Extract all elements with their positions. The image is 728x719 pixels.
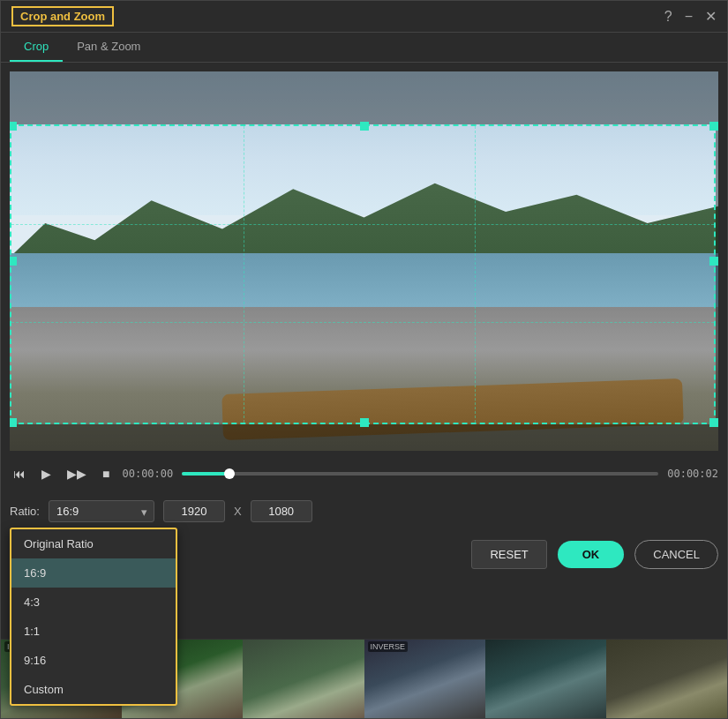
crop-handle-ml[interactable] (10, 257, 17, 266)
crop-zoom-window: Crop and Zoom ? − ✕ Crop Pan & Zoom (0, 0, 728, 719)
time-current: 00:00:00 (122, 468, 173, 480)
cancel-button[interactable]: CANCEL (634, 540, 718, 569)
crop-shadow-right (716, 124, 718, 424)
ratio-select[interactable]: Original Ratio 16:9 4:3 1:1 9:16 Custom (49, 500, 154, 522)
ratio-dropdown-menu[interactable]: Original Ratio 16:9 4:3 1:1 9:16 Custom (10, 528, 177, 706)
ratio-label: Ratio: (10, 505, 40, 518)
title-bar: Crop and Zoom ? − ✕ (1, 1, 727, 33)
play-button[interactable]: ▶ (38, 465, 55, 483)
dropdown-item-custom[interactable]: Custom (11, 675, 176, 704)
content-area: ⏮ ▶ ▶▶ ■ 00:00:00 00:00:02 Ratio: Origin… (1, 63, 727, 639)
tab-bar: Crop Pan & Zoom (1, 33, 727, 63)
crop-shadow-top (10, 71, 718, 124)
grid-line-h2 (11, 322, 714, 323)
crop-shadow-bottom (10, 424, 718, 451)
crop-rectangle[interactable] (10, 124, 716, 424)
progress-fill (182, 472, 229, 476)
stop-button[interactable]: ■ (99, 465, 113, 483)
height-input[interactable]: 1080 (251, 500, 312, 522)
close-button[interactable]: ✕ (705, 8, 717, 25)
controls-row: Ratio: Original Ratio 16:9 4:3 1:1 9:16 … (10, 497, 718, 526)
dropdown-item-16-9[interactable]: 16:9 (11, 558, 176, 588)
window-controls: ? − ✕ (664, 8, 717, 25)
ok-button[interactable]: OK (558, 541, 625, 568)
crop-handle-tm[interactable] (360, 122, 369, 131)
fast-forward-button[interactable]: ▶▶ (64, 465, 90, 483)
dimension-x-label: X (234, 505, 242, 518)
crop-overlay[interactable] (10, 71, 718, 451)
window-title: Crop and Zoom (11, 6, 114, 26)
grid-line-v2 (475, 126, 476, 423)
crop-handle-tr[interactable] (709, 122, 718, 131)
dropdown-item-4-3[interactable]: 4:3 (11, 588, 176, 617)
progress-thumb[interactable] (224, 468, 235, 479)
thumbnail-3[interactable] (243, 640, 364, 718)
step-back-button[interactable]: ⏮ (10, 465, 29, 483)
thumbnail-4[interactable]: INVERSE (364, 640, 485, 718)
minimize-button[interactable]: − (685, 9, 693, 25)
crop-handle-bl[interactable] (10, 418, 17, 427)
crop-handle-bm[interactable] (360, 418, 369, 427)
ratio-select-wrapper: Original Ratio 16:9 4:3 1:1 9:16 Custom (49, 500, 154, 522)
tab-pan-zoom[interactable]: Pan & Zoom (63, 33, 154, 62)
grid-line-v1 (244, 126, 244, 423)
grid-line-h1 (11, 224, 714, 225)
playback-bar: ⏮ ▶ ▶▶ ■ 00:00:00 00:00:02 (10, 458, 718, 490)
thumb-label-4: INVERSE (368, 641, 409, 652)
time-total: 00:00:02 (667, 468, 718, 480)
help-button[interactable]: ? (664, 9, 672, 25)
dropdown-item-9-16[interactable]: 9:16 (11, 646, 176, 675)
dropdown-item-1-1[interactable]: 1:1 (11, 617, 176, 646)
progress-bar[interactable] (182, 472, 658, 476)
reset-button[interactable]: RESET (471, 540, 546, 569)
crop-handle-mr[interactable] (709, 257, 718, 266)
crop-handle-br[interactable] (709, 418, 718, 427)
video-preview (10, 71, 718, 451)
thumbnail-5[interactable] (485, 640, 606, 718)
dropdown-item-original[interactable]: Original Ratio (11, 529, 176, 558)
width-input[interactable]: 1920 (163, 500, 225, 522)
thumbnail-6[interactable] (606, 640, 727, 718)
crop-handle-tl[interactable] (10, 122, 17, 131)
tab-crop[interactable]: Crop (10, 33, 63, 62)
